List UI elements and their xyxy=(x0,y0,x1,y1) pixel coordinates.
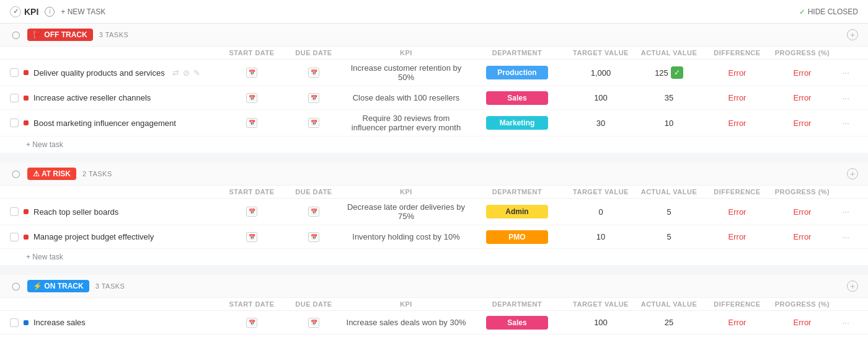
due-date-picker[interactable]: 📅 xyxy=(308,207,319,217)
start-date-picker[interactable]: 📅 xyxy=(246,93,257,103)
due-date-picker[interactable]: 📅 xyxy=(308,68,319,78)
start-date-cell: 📅 xyxy=(221,232,283,242)
task-name: Deliver quality products and services xyxy=(33,68,165,78)
top-bar-left: ✓ KPI i + NEW TASK xyxy=(10,6,105,17)
table-row: Manage project budget effectively 📅 📅 In… xyxy=(0,225,868,249)
col-task-name xyxy=(10,300,221,308)
col-start-date: START DATE xyxy=(221,300,283,308)
target-value-cell: 1,000 xyxy=(567,68,635,78)
row-checkbox[interactable] xyxy=(10,233,19,241)
task-count-off-track: 3 TASKS xyxy=(99,31,129,38)
due-date-picker[interactable]: 📅 xyxy=(308,93,319,103)
row-actions[interactable]: ··· xyxy=(833,207,858,217)
row-checkbox[interactable] xyxy=(10,68,19,77)
department-badge: Production xyxy=(486,66,548,79)
col-actions xyxy=(833,188,858,195)
convert-icon[interactable]: ⇄ xyxy=(172,68,179,78)
table-row: Increase sales 📅 📅 Increase sales deals … xyxy=(0,311,868,335)
info-icon[interactable]: i xyxy=(45,7,55,17)
due-date-cell: 📅 xyxy=(283,68,345,78)
actual-value-cell: 125 ✓ xyxy=(635,66,703,79)
add-new-task-button[interactable]: + New task xyxy=(0,137,868,153)
due-date-picker[interactable]: 📅 xyxy=(308,118,319,128)
start-date-picker[interactable]: 📅 xyxy=(246,207,257,217)
task-name: Manage project budget effectively xyxy=(33,232,154,241)
actual-value-cell: 5 xyxy=(635,232,703,241)
add-group-button[interactable]: + xyxy=(847,281,858,292)
col-difference: DIFFERENCE xyxy=(703,300,771,308)
add-group-button[interactable]: + xyxy=(847,168,858,179)
row-actions[interactable]: ··· xyxy=(833,232,858,242)
kpi-cell: Require 30 reviews from influencer partn… xyxy=(345,114,467,132)
table-row: Increase active reseller channels 📅 📅 Cl… xyxy=(0,86,868,110)
edit-icon[interactable]: ✎ xyxy=(193,68,200,78)
row-actions[interactable]: ··· xyxy=(833,93,858,103)
status-badge-on-track: ⚡ ON TRACK xyxy=(27,280,89,292)
due-date-cell: 📅 xyxy=(283,232,345,242)
row-checkbox[interactable] xyxy=(10,207,19,216)
collapse-button[interactable]: ◯ xyxy=(10,281,21,292)
sections-container: ◯ 🚩 OFF TRACK 3 TASKS + START DATE DUE D… xyxy=(0,24,868,337)
start-date-cell: 📅 xyxy=(221,207,283,217)
col-kpi: KPI xyxy=(345,300,467,308)
row-checkbox[interactable] xyxy=(10,318,19,327)
kpi-cell: Increase sales deals won by 30% xyxy=(345,318,467,327)
row-actions[interactable]: ··· xyxy=(833,68,858,78)
row-actions[interactable]: ··· xyxy=(833,118,858,128)
progress-cell: Error xyxy=(771,207,833,217)
new-task-button[interactable]: + NEW TASK xyxy=(61,7,105,16)
column-headers-at-risk: START DATE DUE DATE KPI DEPARTMENT TARGE… xyxy=(0,186,868,199)
task-indicator xyxy=(24,235,29,240)
col-progress: PROGRESS (%) xyxy=(771,188,833,195)
due-date-picker[interactable]: 📅 xyxy=(308,318,319,328)
status-badge-at-risk: ⚠ AT RISK xyxy=(27,168,76,180)
col-target-value: TARGET VALUE xyxy=(567,300,635,308)
progress-cell: Error xyxy=(771,93,833,102)
more-menu-button[interactable]: ··· xyxy=(842,68,849,78)
target-value-cell: 10 xyxy=(567,232,635,241)
due-date-cell: 📅 xyxy=(283,93,345,103)
kpi-logo: ✓ KPI xyxy=(10,6,38,17)
table-row: Boost marketing influencer engagement 📅 … xyxy=(0,110,868,137)
start-date-picker[interactable]: 📅 xyxy=(246,68,257,78)
collapse-button[interactable]: ◯ xyxy=(10,168,21,179)
collapse-button[interactable]: ◯ xyxy=(10,29,21,40)
unlink-icon[interactable]: ⊘ xyxy=(183,68,190,78)
due-date-cell: 📅 xyxy=(283,207,345,217)
col-department: DEPARTMENT xyxy=(467,188,567,195)
target-value-cell: 30 xyxy=(567,119,635,128)
department-badge: Marketing xyxy=(486,116,548,130)
row-checkbox[interactable] xyxy=(10,119,19,127)
department-cell: PMO xyxy=(467,230,567,244)
col-actual-value: ACTUAL VALUE xyxy=(635,49,703,56)
task-name-cell: Reach top seller boards xyxy=(10,207,221,217)
section-header-right: + xyxy=(847,281,858,292)
difference-cell: Error xyxy=(703,119,771,128)
start-date-picker[interactable]: 📅 xyxy=(246,318,257,328)
hide-closed-button[interactable]: ✓ HIDE CLOSED xyxy=(799,7,858,16)
row-actions[interactable]: ··· xyxy=(833,318,858,328)
row-checkbox[interactable] xyxy=(10,94,19,102)
task-name-cell: Deliver quality products and services ⇄ … xyxy=(10,68,221,78)
start-date-cell: 📅 xyxy=(221,118,283,128)
department-cell: Marketing xyxy=(467,116,567,130)
task-indicator xyxy=(24,70,29,75)
add-group-button[interactable]: + xyxy=(847,29,858,40)
actual-value: 35 xyxy=(665,93,673,102)
start-date-cell: 📅 xyxy=(221,318,283,328)
department-badge: Sales xyxy=(486,316,548,330)
due-date-cell: 📅 xyxy=(283,318,345,328)
logo-text: KPI xyxy=(24,7,38,17)
task-name-cell: Increase sales xyxy=(10,318,221,327)
col-kpi: KPI xyxy=(345,188,467,195)
col-target-value: TARGET VALUE xyxy=(567,49,635,56)
section-spacer xyxy=(0,265,868,275)
add-new-task-button[interactable]: + New task xyxy=(0,249,868,265)
target-value-cell: 100 xyxy=(567,318,635,327)
back-icon[interactable]: ✓ xyxy=(10,6,21,17)
progress-cell: Error xyxy=(771,318,833,327)
start-date-picker[interactable]: 📅 xyxy=(246,118,257,128)
start-date-picker[interactable]: 📅 xyxy=(246,232,257,242)
section-header-off-track: ◯ 🚩 OFF TRACK 3 TASKS + xyxy=(0,24,868,47)
due-date-picker[interactable]: 📅 xyxy=(308,232,319,242)
